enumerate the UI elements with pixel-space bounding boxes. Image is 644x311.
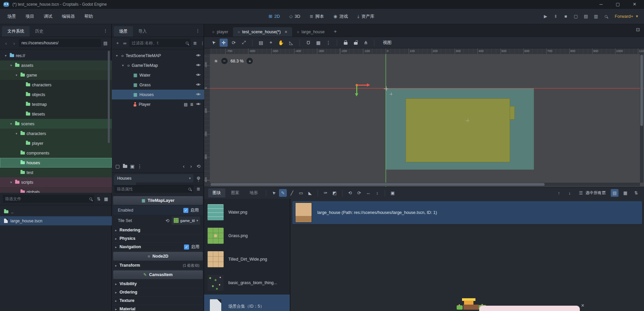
grid-snap-icon[interactable]: ▦ bbox=[314, 39, 322, 47]
scene-collection-item[interactable]: large_house (Path: res://scenes/houses/l… bbox=[292, 201, 642, 224]
horizontal-scrollbar[interactable] bbox=[210, 183, 640, 186]
inspector-group-row[interactable]: ▸Rendering bbox=[113, 226, 203, 234]
inspector-group-row[interactable]: ▸Ordering bbox=[113, 288, 203, 297]
save-resource-icon[interactable]: ▣ bbox=[129, 163, 135, 169]
expand-arrow-icon[interactable]: ▾ bbox=[14, 132, 19, 135]
tab-tiles[interactable]: 图块 bbox=[208, 188, 225, 197]
layer-selector-dropdown[interactable]: ☰ 选中所有层 bbox=[577, 189, 608, 197]
thumbnail-view-icon[interactable]: ▦ bbox=[103, 196, 109, 202]
filesystem-tree-item[interactable]: objects bbox=[0, 90, 112, 99]
tab-patterns[interactable]: 图案 bbox=[227, 188, 244, 197]
filesystem-tree-item[interactable]: ▾assets bbox=[0, 60, 112, 70]
scene-tree-node[interactable]: ▾○TestSceneTileMAP bbox=[112, 51, 204, 60]
close-button[interactable]: ✕ bbox=[631, 2, 639, 7]
file-list-item[interactable]: large_house.tscn bbox=[0, 216, 112, 225]
flip-vertical-icon[interactable]: ↕ bbox=[373, 189, 381, 197]
inspector-property-row[interactable]: Enabled✓启用 bbox=[113, 206, 203, 215]
layer-up-icon[interactable]: ↑ bbox=[555, 189, 563, 197]
filesystem-tree-item[interactable]: houses bbox=[0, 158, 112, 168]
remote-debug-icon[interactable]: ▢ bbox=[572, 12, 579, 20]
history-forward-icon[interactable]: › bbox=[188, 163, 194, 169]
tile-select-tool-icon[interactable]: ➤ bbox=[270, 189, 278, 197]
tab-import[interactable]: 导入 bbox=[133, 26, 152, 37]
gizmo-y-arrow-icon[interactable] bbox=[355, 93, 358, 96]
layer-down-icon[interactable]: ↓ bbox=[566, 189, 573, 197]
expand-arrow-icon[interactable]: ▾ bbox=[121, 63, 125, 67]
tile-picker-icon[interactable]: ✑ bbox=[322, 189, 329, 197]
viewport-canvas[interactable]: -700-600-500-400-300-200-100010020030040… bbox=[204, 48, 644, 187]
filesystem-tree-item[interactable]: testmap bbox=[0, 99, 112, 109]
new-resource-icon[interactable]: ▢ bbox=[114, 163, 121, 169]
filesystem-tree-item[interactable]: test bbox=[0, 168, 112, 177]
expand-arrow-icon[interactable]: ▾ bbox=[9, 180, 13, 184]
gizmo-x-axis[interactable] bbox=[357, 85, 367, 86]
search-icon[interactable] bbox=[603, 12, 609, 20]
select-tool-icon[interactable]: ➤ bbox=[210, 39, 218, 47]
split-mode-icon[interactable]: ▤ bbox=[102, 40, 108, 46]
tab-terrains[interactable]: 地形 bbox=[245, 188, 262, 197]
tile-source-item[interactable]: Grass.png bbox=[204, 224, 290, 248]
move-pivot-icon[interactable]: ⌖ bbox=[267, 39, 275, 47]
stop-icon[interactable]: ■ bbox=[562, 12, 569, 20]
vertical-scrollbar[interactable] bbox=[640, 54, 643, 183]
inspector-group-row[interactable]: ▸Material bbox=[113, 305, 203, 311]
tile-source-item[interactable]: basic_grass_biom_thing... bbox=[204, 271, 290, 295]
zoom-in-button[interactable]: ＋ bbox=[246, 58, 253, 64]
visibility-eye-icon[interactable] bbox=[196, 63, 201, 68]
scene-tree-node[interactable]: Player▤≣ bbox=[112, 99, 204, 109]
checkbox-checked-icon[interactable]: ✓ bbox=[183, 208, 188, 213]
grid-toggle-icon[interactable]: ▦ bbox=[622, 189, 629, 197]
gizmo-origin-dot[interactable] bbox=[356, 84, 358, 86]
skeleton-options-icon[interactable]: ⋔ bbox=[362, 39, 370, 47]
new-scene-tab-button[interactable]: ＋ bbox=[329, 26, 341, 37]
expand-arrow-icon[interactable]: ▾ bbox=[3, 54, 8, 57]
tile-source-item[interactable]: Tilled_Dirt_Wide.png bbox=[204, 248, 290, 271]
filesystem-tree-item[interactable]: ▾scenes bbox=[0, 119, 112, 129]
minimize-button[interactable]: ─ bbox=[597, 2, 605, 7]
filesystem-tree-item[interactable]: components bbox=[0, 148, 112, 158]
visibility-eye-icon[interactable] bbox=[196, 83, 201, 87]
highlight-selected-layer-icon[interactable]: ▤ bbox=[611, 189, 618, 197]
canvas-view[interactable]: ☀ − 68.3 % ＋ bbox=[210, 54, 644, 187]
property-filter-input[interactable] bbox=[117, 187, 186, 191]
instanced-scene-icon[interactable]: ▤ bbox=[184, 102, 188, 107]
tile-eraser-icon[interactable]: ◩ bbox=[331, 189, 338, 197]
back-icon[interactable]: ‹ bbox=[3, 40, 9, 46]
menu-help[interactable]: 帮助 bbox=[80, 12, 97, 21]
rotate-tool-icon[interactable]: ⟳ bbox=[230, 39, 238, 47]
resource-picker[interactable]: game_til▾ bbox=[172, 217, 200, 225]
move-tool-icon[interactable]: ✛ bbox=[220, 39, 228, 47]
expand-arrow-icon[interactable]: ▾ bbox=[9, 63, 13, 67]
extra-options-icon[interactable]: ⚙ bbox=[195, 175, 201, 181]
filesystem-tree-item[interactable]: player bbox=[0, 138, 112, 148]
edit-history-icon[interactable]: ⟲ bbox=[195, 163, 201, 169]
play-icon[interactable]: ▶ bbox=[542, 12, 549, 20]
node-filter-input[interactable] bbox=[132, 41, 184, 45]
menu-scene[interactable]: 场景 bbox=[3, 12, 20, 21]
scene-tab-large-house[interactable]: ○ large_house bbox=[292, 27, 329, 37]
breadcrumb[interactable]: res://scenes/houses/ bbox=[19, 39, 101, 47]
smart-snap-icon[interactable]: Ω bbox=[304, 39, 312, 47]
dock-options-icon[interactable]: ⋮ bbox=[102, 28, 108, 34]
flip-horizontal-icon[interactable]: ↔ bbox=[364, 189, 372, 197]
tab-filesystem[interactable]: 文件系统 bbox=[2, 26, 30, 37]
filesystem-tree-item[interactable]: ▾res:// bbox=[0, 51, 112, 60]
renderer-dropdown[interactable]: Forward+▼ bbox=[613, 12, 641, 20]
filesystem-tree-item[interactable]: ▾characters bbox=[0, 129, 112, 138]
random-tile-icon[interactable]: ▣ bbox=[389, 189, 397, 197]
tune-filter-icon[interactable]: ≣ bbox=[195, 186, 201, 192]
workspace-game[interactable]: ◉游戏 bbox=[333, 13, 348, 19]
history-back-icon[interactable]: ‹ bbox=[181, 163, 187, 169]
pan-tool-icon[interactable]: ✋ bbox=[277, 39, 285, 47]
workspace-script[interactable]: ≣脚本 bbox=[310, 13, 324, 19]
inspector-property-row[interactable]: Tile Set⟲game_til▾ bbox=[113, 215, 203, 226]
scale-tool-icon[interactable]: ⤢ bbox=[240, 39, 248, 47]
expand-arrow-icon[interactable]: ▾ bbox=[114, 54, 119, 57]
close-tab-icon[interactable]: ✕ bbox=[284, 30, 287, 34]
node-selector-dropdown[interactable]: Houses ▾ bbox=[114, 174, 193, 182]
file-filter-input[interactable] bbox=[5, 196, 87, 201]
visibility-eye-icon[interactable] bbox=[196, 102, 201, 107]
source-sort-icon[interactable]: ⇅ bbox=[632, 189, 640, 197]
revert-icon[interactable]: ⟲ bbox=[166, 218, 170, 223]
tile-paint-tool-icon[interactable]: ✎ bbox=[279, 189, 287, 197]
